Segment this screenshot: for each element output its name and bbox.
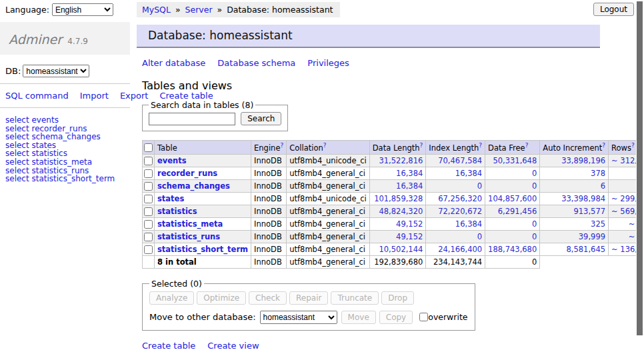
- data-free-cell[interactable]: 0: [485, 167, 540, 179]
- column-header: Data Length?: [369, 141, 426, 155]
- table-name-link[interactable]: schema_changes: [157, 181, 230, 191]
- selected-operation-button[interactable]: Drop: [381, 291, 414, 305]
- data-free-cell[interactable]: 0: [485, 217, 540, 230]
- select-all-checkbox[interactable]: [144, 143, 153, 152]
- table-total-row: 8 in total InnoDB utf8mb4_general_ci 192…: [143, 255, 644, 268]
- table-name-link[interactable]: events: [157, 156, 187, 165]
- column-help-link[interactable]: ?: [479, 142, 482, 149]
- row-checkbox[interactable]: [144, 220, 153, 229]
- table-name-cell: events: [155, 154, 251, 167]
- search-button[interactable]: Search: [241, 112, 281, 125]
- overwrite-checkbox[interactable]: [419, 313, 428, 321]
- column-help-link[interactable]: ?: [280, 142, 283, 149]
- database-action-link[interactable]: Alter database: [142, 58, 205, 68]
- selected-operation-button[interactable]: Optimize: [197, 291, 246, 305]
- column-help-link[interactable]: ?: [323, 142, 327, 149]
- data-length-cell[interactable]: 16,384: [369, 179, 426, 192]
- auto-increment-cell[interactable]: 39,999: [540, 230, 609, 243]
- row-checkbox[interactable]: [144, 195, 153, 203]
- table-name-link[interactable]: states: [157, 194, 184, 203]
- table-name-link[interactable]: statistics_meta: [157, 219, 223, 229]
- create-link[interactable]: Create table: [142, 341, 195, 351]
- data-free-cell[interactable]: 104,857,600: [485, 192, 540, 205]
- collation-cell: utf8mb4_general_ci: [287, 230, 370, 243]
- index-length-cell[interactable]: 67,256,320: [426, 192, 485, 205]
- create-link[interactable]: Create view: [207, 341, 259, 351]
- table-name-cell: states: [155, 192, 251, 205]
- auto-increment-cell[interactable]: 33,898,196: [540, 154, 609, 167]
- index-length-cell[interactable]: 0: [426, 179, 485, 192]
- table-row: recorder_runs InnoDB utf8mb4_general_ci …: [143, 167, 644, 179]
- index-length-cell[interactable]: 0: [426, 230, 485, 243]
- sidebar-table-link[interactable]: select statistics_meta: [5, 158, 130, 167]
- table-name-link[interactable]: statistics: [157, 207, 197, 216]
- selected-operation-button[interactable]: Truncate: [331, 291, 379, 305]
- database-action-link[interactable]: Privileges: [307, 58, 349, 68]
- row-checkbox[interactable]: [144, 207, 153, 216]
- sidebar-table-link[interactable]: select statistics_short_term: [5, 175, 130, 183]
- data-length-cell[interactable]: 10,502,144: [369, 243, 426, 255]
- table-name-link[interactable]: statistics_short_term: [157, 245, 248, 254]
- auto-increment-cell[interactable]: 8,581,645: [540, 243, 609, 255]
- data-free-cell[interactable]: 50,331,648: [485, 154, 540, 167]
- sidebar-table-link[interactable]: select events: [5, 116, 130, 125]
- breadcrumb-server-link[interactable]: Server: [185, 5, 213, 15]
- data-length-cell[interactable]: 49,152: [369, 230, 426, 243]
- selected-operation-button[interactable]: Repair: [289, 291, 328, 305]
- data-length-cell[interactable]: 101,859,328: [369, 192, 426, 205]
- vertical-scrollbar[interactable]: [636, 0, 644, 362]
- index-length-cell[interactable]: 24,166,400: [426, 243, 485, 255]
- selected-operation-button[interactable]: Check: [249, 291, 287, 305]
- data-free-cell[interactable]: 6,291,456: [485, 205, 540, 217]
- database-actions: Alter databaseDatabase schemaPrivileges: [142, 58, 636, 68]
- index-length-cell[interactable]: 16,384: [426, 167, 485, 179]
- auto-increment-cell[interactable]: 6: [540, 179, 609, 192]
- row-checkbox[interactable]: [144, 169, 153, 178]
- sidebar-action-link[interactable]: SQL command: [5, 91, 69, 101]
- search-input[interactable]: [149, 113, 235, 125]
- copy-button[interactable]: Copy: [379, 311, 413, 324]
- move-button[interactable]: Move: [341, 311, 376, 324]
- data-free-cell[interactable]: 0: [485, 230, 540, 243]
- row-checkbox-cell: [143, 230, 155, 243]
- scrollbar-thumb[interactable]: [637, 1, 643, 335]
- language-select[interactable]: English: [52, 3, 113, 16]
- auto-increment-cell[interactable]: 325: [540, 217, 609, 230]
- table-create-links: Create tableCreate view: [142, 341, 636, 351]
- total-data-free-cell: 0: [485, 255, 540, 268]
- database-action-link[interactable]: Database schema: [217, 58, 295, 68]
- table-header: TableEngine?Collation?Data Length?Index …: [143, 141, 644, 155]
- move-database-select[interactable]: homeassistant: [260, 311, 337, 324]
- row-checkbox[interactable]: [144, 157, 153, 165]
- selected-operation-button[interactable]: Analyze: [149, 291, 194, 305]
- table-name-link[interactable]: recorder_runs: [157, 169, 217, 178]
- auto-increment-cell[interactable]: 913,577: [540, 205, 609, 217]
- sidebar-action-link[interactable]: Import: [80, 91, 109, 101]
- index-length-cell[interactable]: 70,467,584: [426, 154, 485, 167]
- data-length-cell[interactable]: 16,384: [369, 167, 426, 179]
- index-length-cell[interactable]: 16,384: [426, 217, 485, 230]
- data-length-cell[interactable]: 48,824,320: [369, 205, 426, 217]
- index-length-cell[interactable]: 72,220,672: [426, 205, 485, 217]
- tables-heading: Tables and views: [142, 79, 636, 92]
- logout-button[interactable]: Logout: [593, 3, 634, 16]
- column-help-link[interactable]: ?: [420, 142, 423, 149]
- data-free-cell[interactable]: 188,743,680: [485, 243, 540, 255]
- data-length-cell[interactable]: 49,152: [369, 217, 426, 230]
- row-checkbox[interactable]: [144, 233, 153, 241]
- sidebar-table-link[interactable]: select schema_changes: [5, 133, 130, 141]
- data-length-cell[interactable]: 31,522,816: [369, 154, 426, 167]
- column-help-link[interactable]: ?: [525, 142, 529, 149]
- engine-cell: InnoDB: [251, 167, 287, 179]
- breadcrumb-mysql-link[interactable]: MySQL: [142, 5, 171, 15]
- total-engine-cell: InnoDB: [251, 255, 287, 268]
- table-name-link[interactable]: statistics_runs: [157, 232, 220, 241]
- row-checkbox[interactable]: [144, 245, 153, 254]
- db-select[interactable]: homeassistant: [23, 65, 89, 77]
- column-help-link[interactable]: ?: [602, 142, 605, 149]
- column-help-link[interactable]: ?: [631, 142, 635, 149]
- data-free-cell[interactable]: 0: [485, 179, 540, 192]
- auto-increment-cell[interactable]: 33,398,984: [540, 192, 609, 205]
- auto-increment-cell[interactable]: 378: [540, 167, 609, 179]
- row-checkbox[interactable]: [144, 182, 153, 191]
